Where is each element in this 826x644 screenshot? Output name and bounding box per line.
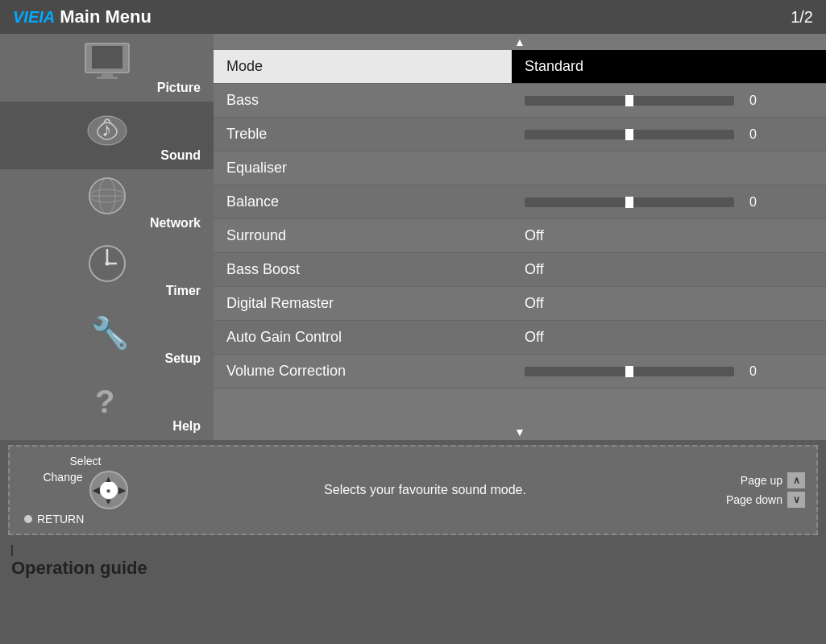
volume-correction-slider-thumb <box>625 366 633 377</box>
question-icon-area: ? <box>83 379 131 419</box>
menu-label-surround: Surround <box>214 219 512 252</box>
page-indicator: 1/2 <box>791 8 813 27</box>
menu-row-digital-remaster[interactable]: Digital Remaster Off <box>214 287 826 321</box>
vieira-logo: VIEIA <box>13 8 55 27</box>
guide-area: Select Change ▲ ▼ ◀ ▶ ● <box>8 445 818 535</box>
dpad[interactable]: ▲ ▼ ◀ ▶ ● <box>89 471 128 509</box>
menu-row-equaliser[interactable]: Equaliser <box>214 152 826 185</box>
guide-change-label: Change <box>43 471 82 484</box>
menu-value-bass: 0 <box>512 84 826 117</box>
scroll-up-arrow[interactable]: ▲ <box>214 34 826 50</box>
menu-value-balance: 0 <box>512 185 826 218</box>
tv-icon-area <box>83 40 131 81</box>
sidebar-label-timer: Timer <box>3 284 210 298</box>
sidebar-label-picture: Picture <box>3 81 210 95</box>
sidebar-label-sound: Sound <box>3 148 210 163</box>
bass-slider-bar <box>525 96 734 106</box>
volume-correction-slider-value: 0 <box>741 364 757 379</box>
return-button[interactable]: RETURN <box>21 513 84 526</box>
menu-row-treble[interactable]: Treble 0 <box>214 118 826 152</box>
page-down-icon: ∨ <box>787 492 805 508</box>
volume-correction-slider-bar <box>525 367 734 376</box>
menu-area: VIEIA Main Menu 1/2 <box>0 0 826 440</box>
content-area: Picture ♪ <box>0 34 826 440</box>
music-icon-area: ♪ <box>83 108 131 148</box>
operation-guide-area: Operation guide <box>0 540 826 584</box>
page-up-btn[interactable]: Page up ∧ <box>741 472 805 488</box>
header-title: VIEIA Main Menu <box>13 6 152 27</box>
balance-slider: 0 <box>525 195 826 210</box>
balance-slider-value: 0 <box>741 195 757 210</box>
menu-label-auto-gain: Auto Gain Control <box>214 321 512 354</box>
menu-row-volume-correction[interactable]: Volume Correction 0 <box>214 355 826 388</box>
menu-row-bass-boost[interactable]: Bass Boost Off <box>214 253 826 287</box>
page-up-label: Page up <box>741 474 782 487</box>
sidebar-item-sound[interactable]: ♪ Sound <box>0 102 214 169</box>
menu-label-bass-boost: Bass Boost <box>214 253 512 286</box>
tv-icon <box>84 42 131 79</box>
menu-value-surround: Off <box>512 219 826 252</box>
return-dot <box>24 515 32 523</box>
question-icon: ? <box>87 379 127 419</box>
menu-row-auto-gain[interactable]: Auto Gain Control Off <box>214 321 826 355</box>
menu-value-digital-remaster: Off <box>512 287 826 320</box>
main-menu-label: Main Menu <box>60 6 152 27</box>
menu-value-equaliser <box>512 152 826 185</box>
guide-controls: Change ▲ ▼ ◀ ▶ ● <box>43 471 127 509</box>
sidebar: Picture ♪ <box>0 34 214 440</box>
menu-label-balance: Balance <box>214 185 512 218</box>
sidebar-item-help[interactable]: ? Help <box>0 372 214 440</box>
scroll-down-arrow[interactable]: ▼ <box>214 424 826 440</box>
treble-slider-thumb <box>625 129 633 140</box>
guide-description: Selects your favourite sound mode. <box>166 481 684 499</box>
svg-text:?: ? <box>95 384 114 419</box>
balance-slider-bar <box>525 197 734 207</box>
menu-label-equaliser: Equaliser <box>214 152 512 185</box>
clock-icon-area <box>83 243 131 284</box>
sidebar-item-picture[interactable]: Picture <box>0 34 214 102</box>
sidebar-item-timer[interactable]: Timer <box>0 237 214 305</box>
menu-value-bass-boost: Off <box>512 253 826 286</box>
guide-select-label: Select <box>70 455 102 467</box>
svg-text:🔧: 🔧 <box>91 314 127 351</box>
page-down-label: Page down <box>726 493 782 506</box>
treble-slider-bar <box>525 130 734 139</box>
return-label: RETURN <box>37 513 84 526</box>
sidebar-item-setup[interactable]: 🔧 Setup <box>0 305 214 372</box>
bass-slider-value: 0 <box>741 93 757 108</box>
menu-value-auto-gain: Off <box>512 321 826 354</box>
music-icon: ♪ <box>85 108 130 148</box>
menu-table: Mode Standard Bass 0 <box>214 50 826 424</box>
sidebar-item-network[interactable]: Network <box>0 169 214 237</box>
wrench-icon-area: 🔧 <box>83 311 131 351</box>
menu-label-mode: Mode <box>214 50 512 83</box>
main-panel: ▲ Mode Standard Bass <box>214 34 826 440</box>
menu-label-treble: Treble <box>214 118 512 151</box>
svg-rect-2 <box>102 73 113 77</box>
guide-left: Select Change ▲ ▼ ◀ ▶ ● <box>21 455 150 526</box>
operation-guide-label: Operation guide <box>11 558 815 579</box>
treble-slider: 0 <box>525 127 826 142</box>
svg-text:♪: ♪ <box>102 119 111 140</box>
svg-rect-3 <box>97 77 118 79</box>
menu-label-volume-correction: Volume Correction <box>214 355 512 388</box>
header: VIEIA Main Menu 1/2 <box>0 0 826 34</box>
globe-icon-area <box>83 176 131 216</box>
clock-icon <box>87 243 127 284</box>
menu-row-mode[interactable]: Mode Standard <box>214 50 826 84</box>
sidebar-label-network: Network <box>3 216 210 231</box>
bass-slider: 0 <box>525 93 826 108</box>
globe-icon <box>87 176 127 216</box>
menu-row-balance[interactable]: Balance 0 <box>214 185 826 219</box>
menu-row-bass[interactable]: Bass 0 <box>214 84 826 118</box>
menu-row-surround[interactable]: Surround Off <box>214 219 826 253</box>
menu-value-mode: Standard <box>512 50 826 83</box>
sidebar-label-help: Help <box>3 419 210 434</box>
page-down-btn[interactable]: Page down ∨ <box>726 492 805 508</box>
menu-label-bass: Bass <box>214 84 512 117</box>
svg-rect-1 <box>92 46 122 69</box>
bass-slider-thumb <box>625 95 633 106</box>
treble-slider-value: 0 <box>741 127 757 142</box>
sidebar-label-setup: Setup <box>3 351 210 366</box>
op-guide-line <box>11 545 13 556</box>
